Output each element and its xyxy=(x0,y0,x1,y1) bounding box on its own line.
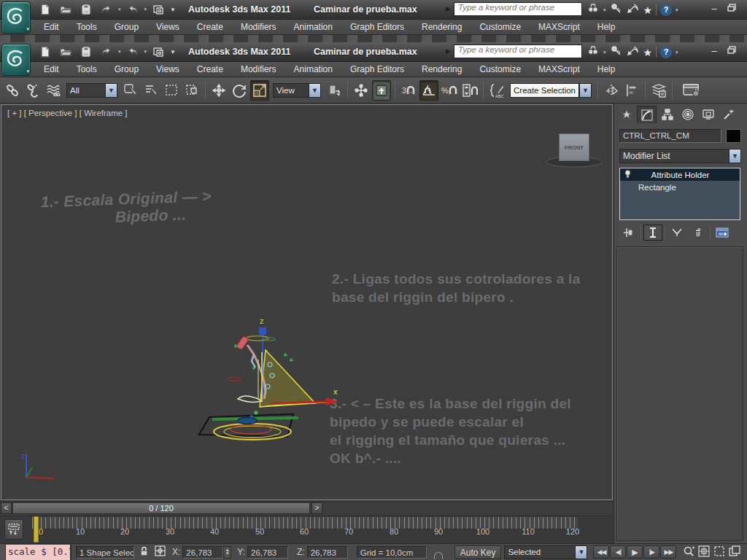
project-folder-icon[interactable] xyxy=(150,44,167,60)
use-pivot-center-icon[interactable] xyxy=(325,80,344,101)
tab-hierarchy-icon[interactable] xyxy=(657,106,677,123)
save-file-icon[interactable] xyxy=(77,44,95,60)
zoom-region-icon[interactable] xyxy=(713,545,726,560)
search-binoculars-icon[interactable] xyxy=(587,2,600,18)
infocenter-arrow-icon[interactable]: ▶ xyxy=(446,47,451,55)
remove-modifier-icon[interactable] xyxy=(689,225,708,241)
rectangular-selection-region-icon[interactable] xyxy=(162,80,181,101)
select-by-name-icon[interactable] xyxy=(142,80,160,101)
menu-graph-editors[interactable]: Graph Editors xyxy=(341,20,413,35)
new-file-icon[interactable] xyxy=(36,1,54,18)
menu-edit[interactable]: Edit xyxy=(35,20,68,35)
go-to-start-button[interactable]: ◀◀ xyxy=(593,545,609,559)
menu-rendering[interactable]: Rendering xyxy=(413,62,471,77)
menu-create[interactable]: Create xyxy=(188,20,232,35)
reference-coordinate-combo[interactable]: View ▼ xyxy=(273,83,321,98)
maxscript-mini-listener[interactable]: scale $ [0.7 xyxy=(6,545,71,560)
auto-key-button[interactable]: Auto Key xyxy=(454,545,502,559)
search-binoculars-icon[interactable] xyxy=(587,44,600,60)
menu-maxscript[interactable]: MAXScript xyxy=(530,20,589,35)
combo-dropdown-icon[interactable]: ▼ xyxy=(575,546,587,559)
redo-icon[interactable] xyxy=(124,1,142,18)
combo-dropdown-icon[interactable]: ▼ xyxy=(729,149,740,163)
search-dropdown-icon[interactable]: ▾ xyxy=(603,50,606,55)
menu-maxscript[interactable]: MAXScript xyxy=(530,62,589,77)
modifier-list-combo[interactable]: Modifier List ▼ xyxy=(619,149,741,163)
absolute-mode-toggle-icon[interactable] xyxy=(154,545,166,559)
go-to-end-button[interactable]: ▶▶ xyxy=(660,545,676,559)
subscription-key-icon[interactable] xyxy=(610,2,623,18)
new-file-icon[interactable] xyxy=(36,44,54,60)
make-unique-icon[interactable] xyxy=(667,225,686,241)
restore-button[interactable] xyxy=(724,45,740,57)
select-and-scale-icon[interactable] xyxy=(250,80,269,101)
tab-modify-icon[interactable] xyxy=(637,106,657,123)
lightbulb-icon[interactable] xyxy=(624,170,631,180)
tab-motion-icon[interactable] xyxy=(678,106,697,123)
menu-edit[interactable]: Edit xyxy=(35,62,68,77)
current-frame-marker[interactable] xyxy=(34,516,39,542)
open-file-icon[interactable] xyxy=(57,44,74,60)
snap-toggle-3d-icon[interactable]: 3 xyxy=(399,80,418,101)
viewport-label[interactable]: [ + ] [ Perspective ] [ Wireframe ] xyxy=(7,109,128,117)
infocenter-arrow-icon[interactable]: ▶ xyxy=(446,5,451,12)
previous-frame-button[interactable]: ◀| xyxy=(610,545,626,559)
help-dropdown-icon[interactable]: ▾ xyxy=(676,50,678,55)
project-folder-icon[interactable] xyxy=(150,1,167,18)
z-coord-field[interactable]: 26,783 xyxy=(307,546,348,559)
zoom-extents-icon[interactable] xyxy=(697,545,711,560)
align-icon[interactable] xyxy=(622,80,641,101)
bind-to-spacewarp-icon[interactable] xyxy=(44,80,63,101)
redo-dropdown-icon[interactable]: ▾ xyxy=(144,7,147,12)
close-button[interactable]: × xyxy=(741,3,747,15)
menu-group[interactable]: Group xyxy=(106,20,147,35)
menu-animation[interactable]: Animation xyxy=(285,20,341,35)
listener-grip[interactable] xyxy=(0,544,6,560)
show-end-result-icon[interactable] xyxy=(643,225,662,241)
menu-animation[interactable]: Animation xyxy=(285,62,341,77)
menu-tools[interactable]: Tools xyxy=(68,20,106,35)
menu-group[interactable]: Group xyxy=(106,62,147,77)
restore-button[interactable] xyxy=(724,3,740,15)
select-and-manipulate-icon[interactable] xyxy=(352,80,371,101)
key-filter-combo[interactable]: Selected ▼ xyxy=(504,545,587,559)
save-file-icon[interactable] xyxy=(77,1,95,18)
tab-create-icon[interactable] xyxy=(616,106,636,123)
percent-snap-toggle-icon[interactable]: % xyxy=(440,80,459,101)
stack-row-rectangle[interactable]: Rectangle xyxy=(620,181,740,193)
open-file-icon[interactable] xyxy=(57,1,74,18)
object-name-field[interactable]: CTRL_CTRL_CM xyxy=(619,129,721,143)
isolate-toggle-icon[interactable] xyxy=(434,552,443,559)
x-coord-field[interactable]: 26,783 xyxy=(182,546,223,559)
menu-modifiers[interactable]: Modifiers xyxy=(232,20,285,35)
menu-graph-editors[interactable]: Graph Editors xyxy=(341,62,413,77)
select-object-icon[interactable] xyxy=(121,80,140,101)
undo-icon[interactable] xyxy=(98,1,115,18)
menu-help[interactable]: Help xyxy=(589,20,624,35)
layer-manager-icon[interactable] xyxy=(649,80,668,101)
menu-rendering[interactable]: Rendering xyxy=(413,20,471,35)
previous-frame-button[interactable]: < xyxy=(1,502,12,514)
time-slider-handle[interactable]: 0 / 120 xyxy=(12,502,310,514)
mirror-icon[interactable] xyxy=(602,80,621,101)
viewcube[interactable]: FRONT xyxy=(545,131,603,168)
pin-stack-icon[interactable] xyxy=(619,225,638,241)
combo-dropdown-icon[interactable]: ▼ xyxy=(309,84,320,97)
qat-dropdown-icon[interactable]: ▼ xyxy=(170,49,176,55)
menu-tools[interactable]: Tools xyxy=(68,62,106,77)
next-frame-button[interactable]: > xyxy=(311,502,322,514)
y-coord-field[interactable]: 26,783 xyxy=(247,546,288,559)
keyboard-override-toggle-icon[interactable] xyxy=(372,80,391,101)
edit-named-selection-sets-icon[interactable]: ABC xyxy=(487,80,506,101)
maximize-viewport-toggle-icon[interactable] xyxy=(728,545,741,560)
undo-icon[interactable] xyxy=(98,44,115,60)
menu-create[interactable]: Create xyxy=(188,62,232,77)
help-dropdown-icon[interactable]: ▾ xyxy=(676,7,678,13)
render-setup-icon[interactable] xyxy=(682,80,701,101)
favorites-star-icon[interactable]: ★ xyxy=(643,47,653,58)
combo-dropdown-icon[interactable]: ▼ xyxy=(105,84,117,97)
next-frame-button[interactable]: |▶ xyxy=(643,545,659,559)
menu-views[interactable]: Views xyxy=(147,62,188,77)
spinner-snap-toggle-icon[interactable] xyxy=(460,80,479,101)
undo-dropdown-icon[interactable]: ▾ xyxy=(118,49,121,55)
